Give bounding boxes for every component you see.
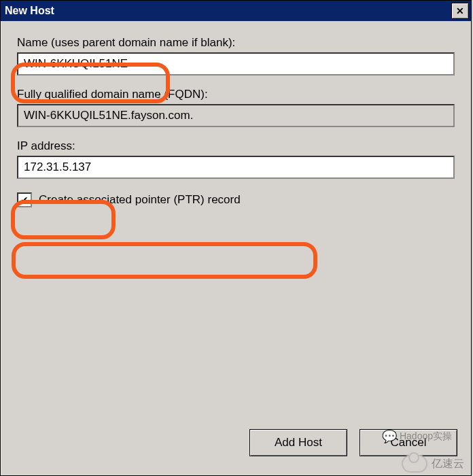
cancel-button[interactable]: Cancel: [360, 429, 457, 456]
title-bar[interactable]: New Host ✕: [1, 1, 471, 21]
title-text: New Host: [5, 5, 451, 17]
ip-input[interactable]: [17, 156, 455, 179]
name-label: Name (uses parent domain name if blank):: [17, 36, 455, 50]
add-host-label: Add Host: [275, 436, 322, 449]
fqdn-label: Fully qualified domain name (FQDN):: [17, 88, 455, 101]
ptr-checkbox[interactable]: ✔: [17, 192, 32, 207]
dialog-button-row: Add Host Cancel: [249, 429, 457, 456]
close-icon: ✕: [456, 5, 464, 16]
name-input[interactable]: [17, 52, 455, 75]
cancel-label: Cancel: [391, 436, 427, 449]
fqdn-input: [17, 104, 455, 127]
check-icon: ✔: [20, 195, 29, 205]
annotation-highlight-ptr: [12, 242, 317, 279]
dialog-window: New Host ✕ Name (uses parent domain name…: [0, 0, 472, 476]
close-button[interactable]: ✕: [451, 3, 469, 19]
cloud-icon: [402, 455, 427, 473]
add-host-button[interactable]: Add Host: [249, 429, 347, 456]
ptr-checkbox-row[interactable]: ✔ Create associated pointer (PTR) record: [17, 192, 455, 207]
watermark-yisu-text: 亿速云: [432, 457, 464, 471]
ptr-label: Create associated pointer (PTR) record: [39, 193, 241, 207]
ip-label: IP address:: [17, 139, 455, 153]
dialog-content: Name (uses parent domain name if blank):…: [1, 21, 471, 207]
watermark-yisu: 亿速云: [402, 455, 464, 473]
